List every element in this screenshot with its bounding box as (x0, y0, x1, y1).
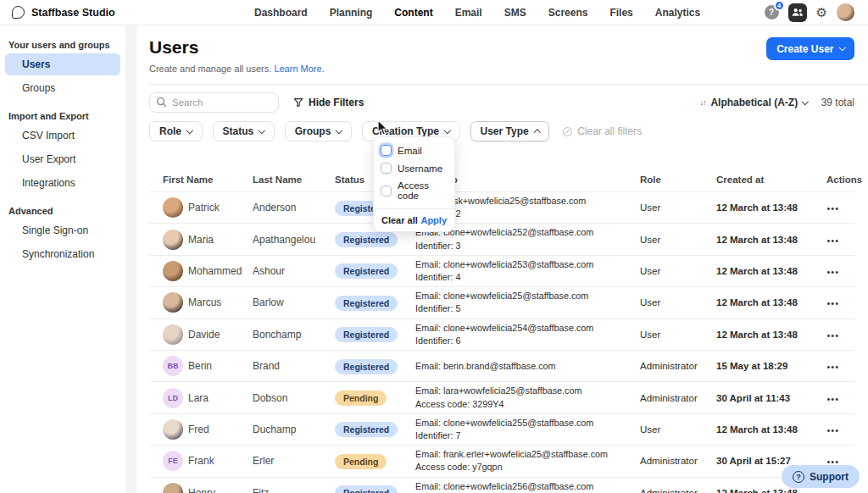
topnav-item[interactable]: SMS (504, 7, 526, 19)
table-row[interactable]: Mohammed Ashour Registered Email: clone+… (149, 255, 854, 286)
cell-role: User (640, 266, 716, 276)
sidebar-item-single-sign-on[interactable]: Single Sign-on (5, 219, 120, 241)
learn-more-link[interactable]: Learn More. (274, 64, 324, 74)
row-actions-button[interactable]: ••• (826, 489, 839, 493)
topnav-item[interactable]: Content (394, 7, 432, 19)
dropdown-option[interactable]: Email (374, 141, 454, 159)
table-row[interactable]: Davide Bonchamp Registered Email: clone+… (149, 319, 854, 350)
table-header-row: First Name Last Name Status User Info Ro… (149, 167, 854, 191)
create-user-button[interactable]: Create User (766, 37, 854, 60)
help-button[interactable]: ? 4 (765, 5, 779, 19)
topnav-item[interactable]: Analytics (655, 7, 700, 19)
topbar-icon-cluster: ? 4 ⚙ (765, 3, 868, 22)
table-row[interactable]: Marcus Barlow Registered Email: clone+wo… (149, 286, 854, 318)
table-row[interactable]: FE Frank Erler Pending Email: frank.erle… (149, 445, 854, 476)
filter-funnel-icon (293, 97, 303, 108)
row-actions-button[interactable]: ••• (826, 362, 839, 372)
search-icon (156, 97, 167, 108)
cell-created-at: 12 March at 13:48 (716, 266, 826, 276)
header-last-name[interactable]: Last Name (253, 174, 335, 185)
checkbox-icon[interactable] (381, 163, 392, 174)
cell-role: User (640, 297, 716, 307)
question-circle-icon: ? (793, 471, 804, 483)
cell-user-info: Email: clone+wowfelicia256@staffbase.com… (415, 480, 640, 493)
row-actions-button[interactable]: ••• (826, 330, 839, 341)
sidebar-item-integrations[interactable]: Integrations (5, 172, 120, 194)
settings-gear-icon[interactable]: ⚙ (816, 6, 827, 19)
cell-last-name: Brand (253, 360, 335, 372)
clear-all-filters-button[interactable]: Clear all filters (563, 125, 642, 137)
topnav-item[interactable]: Dashboard (254, 7, 308, 19)
status-badge: Pending (335, 454, 387, 469)
search-input[interactable] (149, 92, 279, 113)
cell-user-info: Email: lara+wowfelicia25@staffbase.comAc… (415, 385, 640, 410)
cell-last-name: Apathangelou (253, 234, 335, 246)
filter-chip-role[interactable]: Role (149, 121, 203, 141)
row-actions-button[interactable]: ••• (826, 235, 839, 246)
avatar (163, 292, 183, 313)
hide-filters-button[interactable]: Hide Filters (293, 97, 364, 108)
sidebar-item-users[interactable]: Users (5, 53, 120, 75)
avatar (163, 230, 183, 250)
users-admin-button[interactable] (788, 3, 807, 22)
staffbase-logo-icon (12, 6, 25, 19)
table-row[interactable]: Henry Fitz Registered Email: clone+wowfe… (149, 477, 854, 493)
chevron-down-icon (802, 98, 809, 105)
create-user-label: Create User (776, 43, 833, 55)
row-actions-button[interactable]: ••• (826, 425, 839, 435)
cell-created-at: 15 May at 18:29 (716, 361, 826, 371)
cell-user-info: Email: clone+wowfelicia254@staffbase.com… (415, 322, 640, 347)
cell-last-name: Barlow (253, 296, 335, 308)
dropdown-option[interactable]: Username (374, 159, 454, 177)
cell-first-name: Marcus (188, 296, 253, 308)
checkbox-icon[interactable] (381, 186, 392, 197)
cell-user-info: Email: berin.brand@staffbase.com (415, 360, 640, 373)
sidebar-section-title: Advanced (0, 206, 125, 218)
table-row[interactable]: BB Berin Brand Registered Email: berin.b… (149, 350, 854, 381)
header-first-name[interactable]: First Name (163, 174, 253, 185)
table-row[interactable]: Fred Duchamp Registered Email: clone+wow… (149, 413, 854, 445)
status-badge: Registered (335, 485, 398, 493)
dropdown-apply-button[interactable]: Apply (420, 215, 447, 225)
avatar (163, 324, 183, 345)
table-row[interactable]: Patrick Anderson Registered Email: desk+… (149, 191, 854, 223)
filter-chip-user-type[interactable]: User Type (470, 121, 550, 141)
avatar (163, 197, 183, 218)
dropdown-clear-all-button[interactable]: Clear all (381, 215, 418, 225)
row-actions-button[interactable]: ••• (826, 298, 839, 308)
row-actions-button[interactable]: ••• (826, 203, 839, 213)
sidebar-item-csv-import[interactable]: CSV Import (5, 125, 120, 147)
avatar: LD (163, 388, 183, 408)
topnav-item[interactable]: Email (455, 7, 482, 19)
brand[interactable]: Staffbase Studio (0, 6, 254, 19)
cell-last-name: Ashour (253, 265, 335, 277)
row-actions-button[interactable]: ••• (826, 394, 839, 404)
header-role[interactable]: Role (640, 174, 716, 185)
status-badge: Registered (335, 296, 398, 311)
sort-control[interactable]: ↓↑ Alphabetical (A-Z) (699, 97, 807, 108)
status-badge: Pending (335, 391, 387, 406)
support-button[interactable]: ? Support (782, 465, 860, 488)
filter-chip-groups[interactable]: Groups (285, 121, 352, 141)
header-created-at[interactable]: Created at (716, 174, 826, 185)
topnav-item[interactable]: Files (609, 7, 632, 19)
cell-user-info: Email: frank.erler+wowfelicia25@staffbas… (415, 448, 640, 474)
table-row[interactable]: Maria Apathangelou Registered Email: clo… (149, 223, 854, 254)
page-title: Users (149, 37, 325, 58)
dropdown-option[interactable]: Access code (374, 177, 454, 204)
checkbox-icon[interactable] (381, 145, 392, 156)
topnav-item[interactable]: Screens (548, 7, 588, 19)
filter-chip-status[interactable]: Status (213, 121, 275, 141)
cell-last-name: Erler (253, 455, 335, 467)
sidebar-item-synchronization[interactable]: Synchronization (5, 243, 120, 265)
table-row[interactable]: LD Lara Dobson Pending Email: lara+wowfe… (149, 381, 854, 413)
sidebar-item-groups[interactable]: Groups (5, 77, 120, 99)
topnav-item[interactable]: Planning (330, 7, 373, 19)
row-actions-button[interactable]: ••• (826, 267, 839, 277)
cell-last-name: Anderson (253, 202, 335, 213)
chevron-icon (259, 127, 265, 134)
cell-user-info: Email: clone+wowfelicia25@staffbase.comI… (415, 290, 640, 315)
sidebar-item-user-export[interactable]: User Export (5, 148, 120, 170)
profile-avatar[interactable] (837, 3, 854, 21)
main-content: Users Create and manage all users. Learn… (136, 25, 868, 493)
